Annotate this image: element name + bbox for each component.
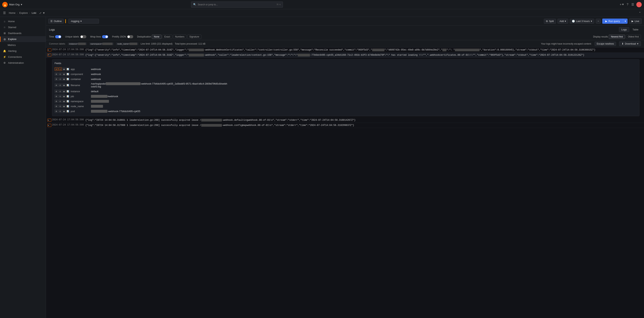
user-avatar[interactable] — [636, 2, 642, 7]
sidebar-item-metrics[interactable]: Metrics — [0, 42, 46, 48]
field-chart-container[interactable]: 📊 — [66, 77, 70, 81]
field-zoom-out-instance[interactable]: ⊖ — [58, 89, 62, 93]
sidebar-item-starred[interactable]: ☆ Starred — [0, 24, 46, 30]
field-zoom-in-instance[interactable]: ⊕ — [54, 89, 58, 93]
field-zoom-in-namespace[interactable]: ⊕ — [54, 99, 58, 103]
field-zoom-in-pod[interactable]: ⊕ — [54, 109, 58, 113]
log-row-expanded[interactable]: ▼ 2024-07-24 17:04:59.590 {"log":{"sever… — [46, 53, 644, 58]
field-eye-filename[interactable]: ◉ — [62, 83, 66, 87]
help-icon[interactable]: ？ — [626, 2, 629, 6]
field-zoom-out-container[interactable]: ⊖ — [58, 77, 62, 81]
tab-table[interactable]: Table — [630, 27, 641, 32]
sidebar-item-explore[interactable]: ◎ Explore — [0, 36, 46, 42]
breadcrumb-chevron[interactable]: ▾ — [43, 11, 44, 15]
field-chart-job[interactable]: 📊 — [66, 94, 70, 98]
log-expander-b2[interactable]: ▶ — [48, 124, 51, 127]
field-eye-component[interactable]: ◉ — [62, 72, 66, 76]
field-zoom-out-app[interactable]: ⊖ — [58, 67, 62, 71]
sidebar-item-home[interactable]: ⌂ Home — [0, 18, 46, 24]
wrap-lines-toggle[interactable] — [102, 35, 108, 38]
dedup-signature[interactable]: Signature — [187, 35, 201, 39]
newest-first-button[interactable]: Newest first — [609, 35, 625, 39]
field-zoom-out-filename[interactable]: ⊖ — [58, 83, 62, 87]
tab-logs[interactable]: Logs — [619, 27, 629, 32]
grafana-logo[interactable]: 🔥 — [2, 2, 8, 7]
collapse-icon[interactable]: ⌃ — [639, 11, 641, 14]
field-eye-container[interactable]: ◉ — [62, 77, 66, 81]
hamburger-menu[interactable]: ☰ — [3, 11, 6, 15]
log-row-bottom-1[interactable]: ▶ 2024-07-24 17:04:59.590 {"log":"I0724 … — [46, 118, 644, 123]
rss-icon[interactable]: ☰ — [631, 3, 634, 6]
sidebar-item-connections[interactable]: ⚡ Connections — [0, 54, 46, 60]
run-query-caret[interactable]: ▾ — [623, 18, 628, 24]
outline-button[interactable]: ☰ Outline — [48, 19, 64, 23]
field-zoom-in-app[interactable]: ⊕ — [54, 67, 58, 71]
field-eye-node-name[interactable]: ◉ — [62, 104, 66, 108]
time-toggle[interactable] — [55, 35, 61, 38]
search-placeholder: Search or jump to... — [198, 3, 218, 6]
live-button[interactable]: ▶ Live — [629, 18, 642, 24]
controls-row: Time Unique labels Wrap lines Prettify J… — [46, 33, 644, 40]
field-zoom-out-node-name[interactable]: ⊖ — [58, 104, 62, 108]
plus-icon[interactable]: ＋▾ — [619, 2, 624, 6]
log-row-bottom-2[interactable]: ▶ 2024-07-24 17:04:59.590 {"log":"I0724 … — [46, 123, 644, 128]
unique-labels-toggle[interactable] — [80, 35, 86, 38]
field-chart-node-name[interactable]: 📊 — [66, 104, 70, 108]
field-eye-namespace[interactable]: ◉ — [62, 99, 66, 103]
field-chart-component[interactable]: 📊 — [66, 72, 70, 76]
node-name-tag: node_name=■■■■■■ — [116, 42, 138, 45]
escape-newlines-button[interactable]: Escape newlines — [594, 42, 616, 46]
field-zoom-in-node-name[interactable]: ⊕ — [54, 104, 58, 108]
field-eye-pod[interactable]: ◉ — [62, 109, 66, 113]
add-button[interactable]: Add ▾ — [558, 19, 568, 23]
field-zoom-in-container[interactable]: ⊕ — [54, 77, 58, 81]
oldest-first-button[interactable]: Oldest first — [626, 35, 641, 39]
sidebar-item-label-starred: Starred — [8, 26, 16, 29]
sidebar-item-dashboards[interactable]: ⊞ Dashboards — [0, 30, 46, 36]
field-chart-instance[interactable]: 📊 — [66, 89, 70, 93]
log-container[interactable]: ▶ 2024-07-24 17:04:59.590 {"log":{"sever… — [46, 47, 644, 318]
share-icon[interactable]: ⤢ — [39, 11, 42, 14]
run-query-button[interactable]: ▶ Run query — [602, 18, 623, 24]
field-zoom-out-job[interactable]: ⊖ — [58, 94, 62, 98]
logs-header-bar: Logs Logs Table — [46, 26, 644, 33]
field-row-namespace: ⊕ ⊖ ◉ 📊 namespace ■■■■■■■■■■■■ — [54, 99, 637, 104]
breadcrumb-home[interactable]: Home — [9, 11, 16, 14]
field-chart-namespace[interactable]: 📊 — [66, 99, 70, 103]
log-expander-2[interactable]: ▼ — [48, 53, 51, 56]
datasource-selector[interactable]: -logging ▾ — [68, 19, 99, 23]
log-row[interactable]: ▶ 2024-07-24 17:04:59.590 {"log":{"sever… — [46, 47, 644, 53]
field-zoom-out-component[interactable]: ⊖ — [58, 72, 62, 76]
field-eye-app[interactable]: ◉ — [62, 67, 66, 71]
field-zoom-in-job[interactable]: ⊕ — [54, 94, 58, 98]
field-zoom-in-filename[interactable]: ⊕ — [54, 83, 58, 87]
org-selector[interactable]: Main Org. ▾ — [9, 3, 22, 6]
log-expander-b1[interactable]: ▶ — [48, 119, 51, 122]
field-chart-app[interactable]: 📊 — [66, 67, 70, 71]
alerting-icon: 🔔 — [3, 49, 6, 52]
split-button[interactable]: ⧉ Split — [544, 19, 556, 24]
breadcrumb-explore[interactable]: Explore — [19, 11, 28, 14]
field-name-container: container — [71, 78, 90, 80]
sidebar-item-administration[interactable]: ⚙ Administration — [0, 60, 46, 66]
zoom-button[interactable]: − — [596, 19, 601, 23]
log-expander-1[interactable]: ▶ — [48, 48, 51, 51]
time-range-button[interactable]: 🕐 Last 3 hours ▾ — [570, 19, 594, 23]
field-eye-instance[interactable]: ◉ — [62, 89, 66, 93]
breadcrumb-datasource[interactable]: Loki — [32, 11, 36, 14]
field-chart-pod[interactable]: 📊 — [66, 109, 70, 113]
field-zoom-out-namespace[interactable]: ⊖ — [58, 99, 62, 103]
display-results-group: Display results Newest first Oldest firs… — [593, 35, 641, 39]
download-button[interactable]: ⬇ Download ▾ — [619, 41, 641, 46]
sidebar-item-alerting[interactable]: 🔔 Alerting — [0, 48, 46, 54]
prettify-json-toggle[interactable] — [127, 35, 133, 38]
field-zoom-in-component[interactable]: ⊕ — [54, 72, 58, 76]
log-message-2: {"log":{"severity":"info","timestamp":"2… — [86, 53, 584, 57]
field-chart-filename[interactable]: 📊 — [66, 83, 70, 87]
field-eye-job[interactable]: ◉ — [62, 94, 66, 98]
field-zoom-out-pod[interactable]: ⊖ — [58, 109, 62, 113]
dedup-numbers[interactable]: Numbers — [173, 35, 187, 39]
dedup-exact[interactable]: Exact — [162, 35, 172, 39]
search-bar[interactable]: 🔍 Search or jump to... ⌘+k — [191, 1, 283, 8]
dedup-none[interactable]: None — [152, 35, 162, 39]
